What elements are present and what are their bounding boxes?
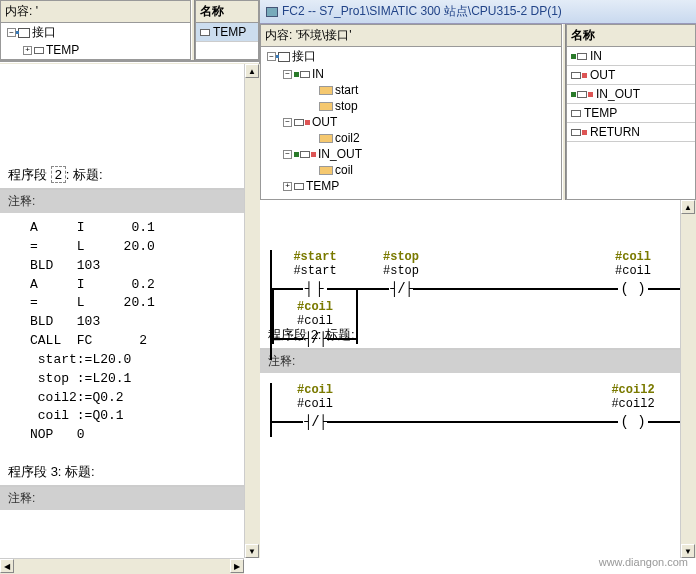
symbol-label: #stop: [383, 250, 419, 264]
left-editor-panel: 内容: ' − 接口 + TEMP 名称 TEMP 程序段 2: 标题:: [0, 0, 260, 574]
tree-label: IN: [312, 67, 324, 81]
left-var-table[interactable]: 名称 TEMP: [195, 0, 259, 60]
scrollbar-vertical[interactable]: ▲ ▼: [244, 64, 260, 558]
coil-output[interactable]: #coil #coil ( ): [590, 250, 676, 298]
seg-suffix: : 标题:: [66, 167, 103, 182]
var-icon: [34, 47, 44, 54]
tree-label: 接口: [292, 48, 316, 65]
address-label: #start: [293, 264, 336, 278]
ladder-network-1[interactable]: #start #start ┤├ #stop #stop ┤/├ #coil #…: [260, 240, 696, 314]
tree-root-interface[interactable]: − 接口: [1, 23, 190, 42]
left-content-label: 内容: ': [1, 1, 190, 23]
tree-var-coil[interactable]: coil: [261, 162, 561, 178]
return-icon: [571, 129, 587, 136]
scroll-up-icon[interactable]: ▲: [681, 200, 695, 214]
tree-label: TEMP: [306, 179, 339, 193]
var-icon: [571, 110, 581, 117]
var-leaf-icon: [319, 134, 333, 143]
address-label: #coil: [615, 264, 651, 278]
tree-label: coil: [335, 163, 353, 177]
table-row[interactable]: TEMP: [567, 104, 695, 123]
right-var-table[interactable]: 名称 IN OUT IN_OUT TEMP RETURN: [566, 24, 696, 200]
segment-header-3[interactable]: 程序段 3: 标题:: [0, 459, 260, 487]
contact-no-start[interactable]: #start #start ┤├: [272, 250, 358, 298]
symbol-label: #coil2: [611, 383, 654, 397]
right-decl-area: 内容: '环境\接口' − 接口 − IN start stop −: [260, 24, 696, 202]
contact-nc-coil-branch[interactable]: #coil #coil ┤/├: [272, 300, 358, 348]
expand-icon[interactable]: +: [283, 182, 292, 191]
seg-prefix: 程序段: [8, 464, 51, 479]
wire: [358, 421, 590, 423]
table-row[interactable]: OUT: [567, 66, 695, 85]
var-leaf-icon: [319, 102, 333, 111]
right-editor-panel: FC2 -- S7_Pro1\SIMATIC 300 站点\CPU315-2 D…: [260, 0, 696, 574]
table-cell: RETURN: [590, 125, 640, 139]
tree-temp[interactable]: + TEMP: [261, 178, 561, 194]
tree-var-start[interactable]: start: [261, 82, 561, 98]
var-icon: [294, 183, 304, 190]
address-label: #stop: [383, 264, 419, 278]
comment-bar[interactable]: 注释:: [260, 350, 696, 373]
tree-var-coil2[interactable]: coil2: [261, 130, 561, 146]
ladder-network-2[interactable]: #coil #coil ┤/├ #coil2 #coil2 ( ): [260, 373, 696, 447]
table-cell: IN: [590, 49, 602, 63]
table-row[interactable]: IN_OUT: [567, 85, 695, 104]
table-row[interactable]: TEMP: [196, 23, 258, 42]
segment-header-2[interactable]: 程序段 2: 标题:: [0, 162, 260, 190]
table-row[interactable]: IN: [567, 47, 695, 66]
seg-prefix: 程序段: [8, 167, 51, 182]
tree-label: start: [335, 83, 358, 97]
tree-label: 接口: [32, 24, 56, 41]
symbol-label: #coil: [297, 300, 333, 314]
scroll-down-icon[interactable]: ▼: [245, 544, 259, 558]
address-label: #coil: [297, 314, 333, 328]
stl-source[interactable]: A I 0.1 = L 20.0 BLD 103 A I 0.2 = L 20.…: [0, 213, 260, 451]
contact-nc-stop[interactable]: #stop #stop ┤/├: [358, 250, 444, 298]
collapse-icon[interactable]: −: [283, 118, 292, 127]
tree-var-stop[interactable]: stop: [261, 98, 561, 114]
collapse-icon[interactable]: −: [267, 52, 276, 61]
tree-inout[interactable]: − IN_OUT: [261, 146, 561, 162]
watermark: www.diangon.com: [599, 556, 688, 568]
tree-in[interactable]: − IN: [261, 66, 561, 82]
scrollbar-horizontal[interactable]: ◀ ▶: [0, 558, 244, 574]
scrollbar-vertical[interactable]: ▲ ▼: [680, 200, 696, 558]
tree-root-interface[interactable]: − 接口: [261, 47, 561, 66]
table-header-name: 名称: [196, 1, 258, 23]
comment-bar[interactable]: 注释:: [0, 190, 260, 213]
right-code-area: #start #start ┤├ #stop #stop ┤/├ #coil #…: [260, 200, 696, 574]
interface-icon: [18, 28, 30, 38]
tree-label: stop: [335, 99, 358, 113]
collapse-icon[interactable]: −: [283, 150, 292, 159]
scroll-right-icon[interactable]: ▶: [230, 559, 244, 573]
window-title: FC2 -- S7_Pro1\SIMATIC 300 站点\CPU315-2 D…: [282, 3, 562, 20]
var-leaf-icon: [319, 86, 333, 95]
interface-icon: [278, 52, 290, 62]
var-icon: [200, 29, 210, 36]
window-title-bar[interactable]: FC2 -- S7_Pro1\SIMATIC 300 站点\CPU315-2 D…: [260, 0, 696, 24]
left-interface-tree[interactable]: 内容: ' − 接口 + TEMP: [0, 0, 191, 60]
inout-icon: [571, 91, 593, 98]
tree-label: OUT: [312, 115, 337, 129]
block-icon: [266, 7, 278, 17]
comment-bar[interactable]: 注释:: [0, 487, 260, 510]
var-leaf-icon: [319, 166, 333, 175]
expand-icon[interactable]: +: [23, 46, 32, 55]
table-row[interactable]: RETURN: [567, 123, 695, 142]
scroll-left-icon[interactable]: ◀: [0, 559, 14, 573]
table-cell: TEMP: [213, 25, 246, 39]
coil-output-coil2[interactable]: #coil2 #coil2 ( ): [590, 383, 676, 431]
contact-nc-coil[interactable]: #coil #coil ┤/├: [272, 383, 358, 431]
seg-num: 2: [51, 166, 66, 183]
collapse-icon[interactable]: −: [7, 28, 16, 37]
in-icon: [571, 53, 587, 60]
right-interface-tree[interactable]: 内容: '环境\接口' − 接口 − IN start stop −: [260, 24, 562, 200]
scroll-up-icon[interactable]: ▲: [245, 64, 259, 78]
tree-temp[interactable]: + TEMP: [1, 42, 190, 58]
symbol-label: #coil: [615, 250, 651, 264]
symbol-label: #coil: [297, 383, 333, 397]
address-label: #coil2: [611, 397, 654, 411]
tree-out[interactable]: − OUT: [261, 114, 561, 130]
tree-label: coil2: [335, 131, 360, 145]
collapse-icon[interactable]: −: [283, 70, 292, 79]
